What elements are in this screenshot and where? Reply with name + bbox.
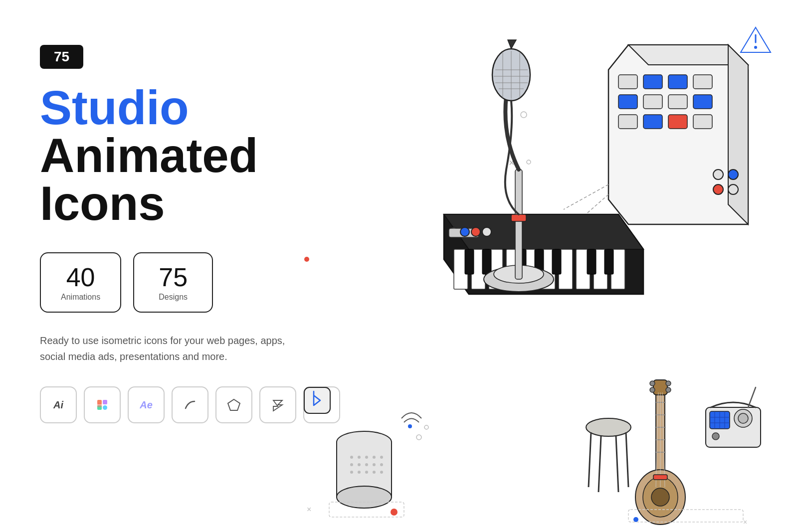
tool-framer[interactable] <box>259 386 296 423</box>
svg-rect-18 <box>668 115 687 129</box>
svg-rect-10 <box>668 75 687 89</box>
svg-point-99 <box>650 387 655 392</box>
stat-number-designs: 75 <box>154 263 192 292</box>
svg-text:×: × <box>307 505 311 514</box>
svg-point-20 <box>713 170 723 179</box>
illustration-bottom-left: × <box>299 382 449 522</box>
svg-point-96 <box>651 488 669 506</box>
description-text: Ready to use isometric icons for your we… <box>40 333 289 364</box>
svg-point-62 <box>350 456 353 459</box>
figma-icon <box>95 398 109 412</box>
svg-point-73 <box>358 471 361 474</box>
svg-rect-8 <box>618 75 637 89</box>
svg-point-118 <box>633 517 638 522</box>
svg-text:×: × <box>743 518 747 526</box>
tool-ai-label: Ai <box>53 399 63 411</box>
illustration-bottom-right: × <box>579 377 768 527</box>
svg-rect-58 <box>304 387 330 413</box>
svg-point-66 <box>380 456 383 459</box>
svg-rect-34 <box>465 249 474 274</box>
svg-point-98 <box>650 381 655 386</box>
stat-box-designs: 75 Designs <box>133 252 213 313</box>
svg-point-44 <box>471 227 480 236</box>
svg-point-6 <box>521 112 527 118</box>
svg-line-87 <box>616 436 618 492</box>
svg-point-61 <box>337 486 392 508</box>
svg-point-71 <box>380 463 383 466</box>
svg-point-45 <box>482 227 491 236</box>
corner-arrow <box>738 25 773 62</box>
svg-point-67 <box>350 463 353 466</box>
tool-curve[interactable] <box>172 386 208 423</box>
svg-line-84 <box>589 432 591 487</box>
title-animated: Animated Icons <box>40 132 349 227</box>
title-studio: Studio <box>40 84 349 132</box>
svg-rect-12 <box>618 95 637 109</box>
svg-rect-48 <box>515 170 522 279</box>
svg-point-79 <box>424 425 428 429</box>
stats-row: 40 Animations 75 Designs <box>40 252 349 313</box>
count-badge: 75 <box>40 45 83 69</box>
svg-line-86 <box>598 436 601 492</box>
svg-point-83 <box>586 418 631 436</box>
svg-rect-11 <box>693 75 712 89</box>
illustration-main <box>369 15 778 334</box>
svg-point-23 <box>728 184 738 194</box>
svg-point-3 <box>103 405 107 410</box>
svg-rect-35 <box>482 249 491 274</box>
tool-ai[interactable]: Ai <box>40 386 77 423</box>
svg-point-69 <box>365 463 368 466</box>
svg-point-65 <box>373 456 376 459</box>
svg-rect-9 <box>643 75 662 89</box>
tool-ae-label: Ae <box>140 399 153 411</box>
svg-line-115 <box>748 387 756 407</box>
svg-rect-105 <box>653 475 667 480</box>
svg-rect-40 <box>604 249 613 274</box>
deco-dot-red-1 <box>304 257 309 262</box>
curve-icon <box>183 397 198 412</box>
svg-point-22 <box>713 184 723 194</box>
svg-point-43 <box>460 227 469 236</box>
page-wrapper: 75 Studio Animated Icons 40 Animations 7… <box>0 0 798 532</box>
svg-point-82 <box>391 509 398 516</box>
svg-rect-49 <box>511 214 526 221</box>
svg-rect-38 <box>552 249 561 274</box>
svg-point-75 <box>373 471 376 474</box>
svg-point-64 <box>365 456 368 459</box>
svg-point-114 <box>738 413 748 423</box>
svg-rect-16 <box>618 115 637 129</box>
svg-point-21 <box>728 170 738 179</box>
svg-point-101 <box>666 387 671 392</box>
main-svg <box>369 15 778 334</box>
svg-rect-19 <box>693 115 712 129</box>
left-content: 75 Studio Animated Icons 40 Animations 7… <box>40 45 349 423</box>
svg-rect-14 <box>668 95 687 109</box>
stat-number-animations: 40 <box>61 263 100 292</box>
svg-point-72 <box>350 471 353 474</box>
svg-rect-17 <box>643 115 662 129</box>
svg-point-63 <box>358 456 361 459</box>
svg-point-121 <box>754 46 757 49</box>
svg-marker-5 <box>228 399 240 410</box>
svg-point-100 <box>666 381 671 386</box>
framer-icon <box>271 398 285 412</box>
svg-rect-13 <box>643 95 662 109</box>
svg-point-77 <box>408 424 412 428</box>
svg-rect-15 <box>693 95 712 109</box>
stat-label-animations: Animations <box>61 293 100 302</box>
tool-figma[interactable] <box>84 386 121 423</box>
svg-point-68 <box>358 463 361 466</box>
stat-label-designs: Designs <box>154 293 192 302</box>
svg-rect-4 <box>97 403 102 407</box>
svg-point-70 <box>373 463 376 466</box>
svg-point-7 <box>527 160 531 164</box>
svg-point-74 <box>365 471 368 474</box>
svg-point-78 <box>416 435 421 440</box>
tool-ae[interactable]: Ae <box>128 386 165 423</box>
sketch-icon <box>226 397 241 412</box>
svg-point-116 <box>712 433 719 440</box>
svg-rect-39 <box>587 249 596 274</box>
tool-sketch[interactable] <box>215 386 252 423</box>
svg-line-85 <box>626 432 628 487</box>
svg-rect-1 <box>103 400 107 404</box>
